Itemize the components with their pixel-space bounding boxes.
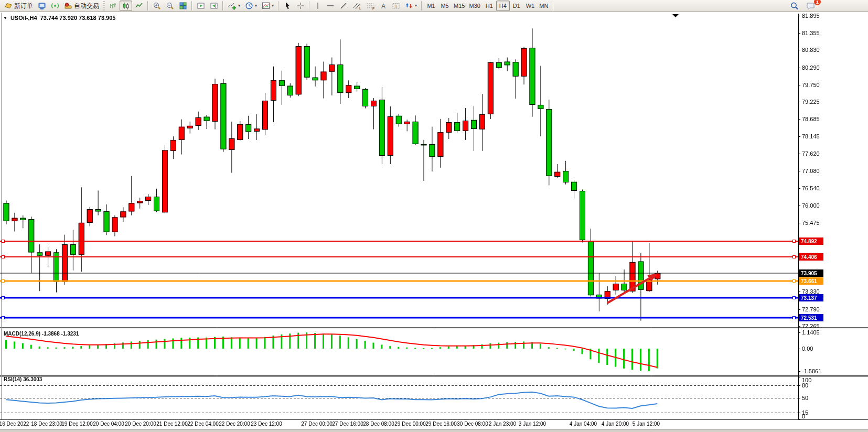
mt4-window: 新订单 自动交易 — [0, 0, 868, 432]
chart-title: ▼ USOil-,H4 73.744 73.920 73.618 73.905 — [3, 15, 115, 21]
chart-ohlc-values: 73.744 73.920 73.618 73.905 — [40, 15, 116, 21]
chart-canvas[interactable] — [0, 0, 868, 432]
chart-symbol-period: USOil-,H4 — [10, 15, 37, 21]
symbol-dropdown-icon[interactable]: ▼ — [3, 16, 7, 20]
